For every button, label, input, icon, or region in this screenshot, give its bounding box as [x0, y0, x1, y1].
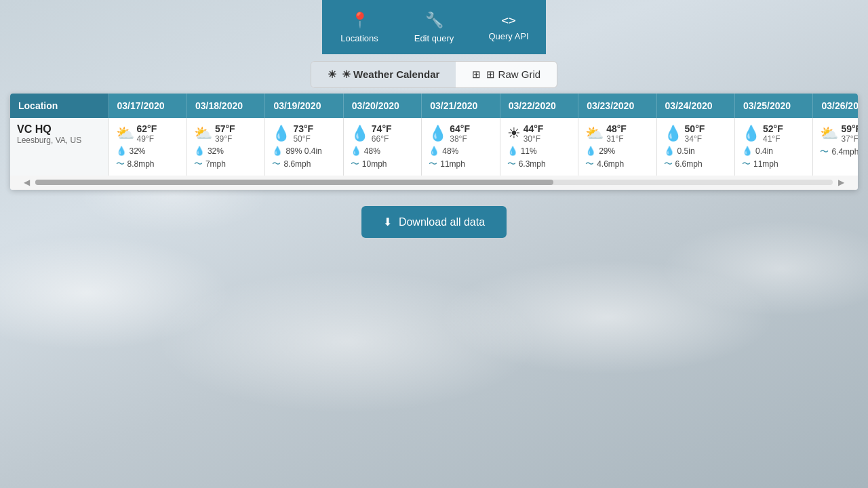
col-0325: 03/25/2020	[735, 94, 813, 118]
col-0319: 03/19/2020	[265, 94, 343, 118]
wind-3: 10mph	[362, 159, 387, 169]
temp-low-2: 50°F	[293, 134, 313, 144]
scrollbar-thumb[interactable]	[35, 180, 553, 185]
day-cell-5: ☀ 44°F 30°F 💧11% 〜 6.3mph	[500, 118, 578, 176]
day-cell-2: 💧 73°F 50°F 💧89% 0.4in 〜 8.6mph	[265, 118, 343, 176]
temp-low-0: 49°F	[137, 134, 157, 144]
wind-icon-5: 〜	[507, 158, 516, 170]
wind-icon-1: 〜	[194, 158, 203, 170]
location-column-header: Location	[10, 94, 108, 118]
wind-0: 8.8mph	[127, 159, 155, 169]
weather-icon-4: 💧	[429, 125, 447, 142]
table-header-row: Location 03/17/2020 03/18/2020 03/19/202…	[10, 94, 858, 118]
wind-icon-9: 〜	[820, 146, 829, 158]
day-cell-8: 💧 52°F 41°F 💧 0.4in 〜 11mph	[735, 118, 813, 176]
weather-icon-5: ☀	[507, 125, 521, 142]
weather-calendar-tab[interactable]: ☀ ☀ Weather Calendar	[311, 62, 456, 87]
temp-high-8: 52°F	[763, 123, 783, 134]
col-0318: 03/18/2020	[186, 94, 264, 118]
precip-icon: 💧	[664, 146, 675, 156]
temp-high-7: 50°F	[685, 123, 705, 134]
top-navigation: 📍 Locations 🔧 Edit query <> Query API	[322, 0, 546, 54]
temp-low-1: 39°F	[215, 134, 235, 144]
download-label: Download all data	[399, 216, 485, 228]
humidity-icon: 💧	[507, 146, 518, 156]
view-toggle: ☀ ☀ Weather Calendar ⊞ ⊞ Raw Grid	[311, 61, 557, 88]
precip-icon: 💧	[272, 146, 283, 156]
weather-table: Location 03/17/2020 03/18/2020 03/19/202…	[10, 94, 858, 176]
temp-low-3: 66°F	[372, 134, 392, 144]
temp-high-5: 44°F	[524, 123, 544, 134]
wind-4: 11mph	[440, 159, 465, 169]
wind-7: 6.6mph	[675, 159, 703, 169]
temp-high-9: 59°F	[841, 123, 858, 134]
temp-high-3: 74°F	[372, 123, 392, 134]
day-cell-7: 💧 50°F 34°F 💧 0.5in 〜 6.6mph	[656, 118, 734, 176]
temp-low-8: 41°F	[763, 134, 783, 144]
raw-grid-tab[interactable]: ⊞ ⊞ Raw Grid	[456, 62, 557, 87]
temp-high-1: 57°F	[215, 123, 235, 134]
col-0320: 03/20/2020	[343, 94, 421, 118]
weather-icon-8: 💧	[742, 125, 760, 142]
wind-icon-3: 〜	[351, 158, 359, 170]
raw-grid-label: ⊞ Raw Grid	[486, 68, 540, 81]
table-scroll-area[interactable]: Location 03/17/2020 03/18/2020 03/19/202…	[10, 94, 858, 176]
wind-icon-4: 〜	[429, 158, 437, 170]
temp-low-9: 37°F	[841, 134, 858, 144]
edit-query-button[interactable]: 🔧 Edit query	[397, 0, 471, 54]
precip-icon: 💧	[742, 146, 753, 156]
edit-query-label: Edit query	[414, 33, 454, 43]
location-icon: 📍	[351, 12, 369, 29]
code-icon: <>	[501, 13, 516, 27]
day-cell-4: 💧 64°F 38°F 💧48% 〜 11mph	[422, 118, 500, 176]
weather-calendar-label: ☀ Weather Calendar	[342, 68, 439, 81]
wind-icon-0: 〜	[116, 158, 125, 170]
scroll-right-arrow[interactable]: ▶	[838, 178, 844, 187]
temp-high-6: 48°F	[606, 123, 627, 134]
temp-high-4: 64°F	[450, 123, 470, 134]
table-row: VC HQ Leesburg, VA, US ⛅ 62°F 49°F 💧32% …	[10, 118, 858, 176]
temp-low-6: 31°F	[606, 134, 627, 144]
wind-icon-7: 〜	[664, 158, 673, 170]
weather-icon-7: 💧	[664, 125, 682, 142]
weather-icon-9: ⛅	[820, 125, 838, 142]
wind-5: 6.3mph	[519, 159, 546, 169]
weather-icon-6: ⛅	[585, 125, 604, 142]
locations-button[interactable]: 📍 Locations	[322, 0, 397, 54]
weather-icon-3: 💧	[351, 125, 369, 142]
temp-low-5: 30°F	[524, 134, 544, 144]
day-cell-1: ⛅ 57°F 39°F 💧32% 〜 7mph	[186, 118, 264, 176]
download-icon: ⬇	[383, 216, 392, 228]
day-cell-9: ⛅ 59°F 37°F 〜 6.4mph	[813, 118, 858, 176]
wind-1: 7mph	[205, 159, 226, 169]
wind-icon-6: 〜	[585, 158, 594, 170]
temp-low-4: 38°F	[450, 134, 470, 144]
location-name: VC HQ	[17, 123, 102, 136]
col-0317: 03/17/2020	[108, 94, 186, 118]
weather-table-container: Location 03/17/2020 03/18/2020 03/19/202…	[10, 94, 858, 190]
temp-high-2: 73°F	[293, 123, 313, 134]
humidity-icon: 💧	[116, 146, 127, 156]
scroll-left-arrow[interactable]: ◀	[24, 178, 30, 187]
wind-6: 4.6mph	[597, 159, 624, 169]
humidity-icon: 💧	[194, 146, 205, 156]
humidity-icon: 💧	[585, 146, 596, 156]
humidity-icon: 💧	[351, 146, 361, 156]
grid-icon: ⊞	[472, 68, 481, 81]
weather-icon-0: ⛅	[116, 125, 134, 142]
wind-9: 6.4mph	[831, 147, 858, 157]
wind-2: 8.6mph	[283, 159, 311, 169]
locations-label: Locations	[340, 33, 378, 43]
download-all-data-button[interactable]: ⬇ Download all data	[361, 206, 507, 238]
sun-icon: ☀	[328, 68, 336, 81]
location-sub: Leesburg, VA, US	[17, 136, 102, 145]
query-api-button[interactable]: <> Query API	[471, 0, 546, 54]
col-0321: 03/21/2020	[422, 94, 500, 118]
weather-icon-2: 💧	[272, 125, 290, 142]
day-cell-0: ⛅ 62°F 49°F 💧32% 〜 8.8mph	[108, 118, 186, 176]
location-cell: VC HQ Leesburg, VA, US	[10, 118, 108, 176]
temp-low-7: 34°F	[685, 134, 705, 144]
col-0326: 03/26/2020	[813, 94, 858, 118]
day-cell-6: ⛅ 48°F 31°F 💧29% 〜 4.6mph	[578, 118, 656, 176]
humidity-icon: 💧	[429, 146, 439, 156]
